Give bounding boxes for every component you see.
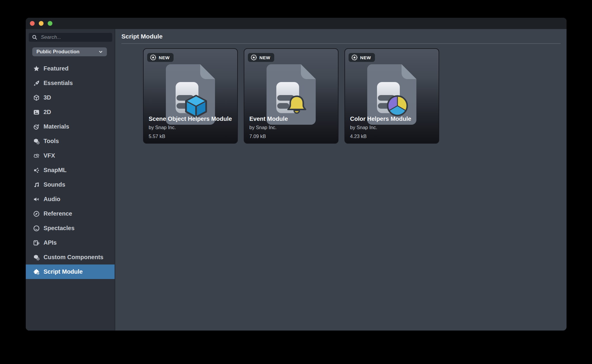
module-card-grid: NEW	[115, 44, 567, 144]
environment-dropdown[interactable]: Public Production	[32, 47, 107, 56]
new-badge: NEW	[349, 53, 375, 62]
module-size: 4.23 kB	[350, 133, 436, 139]
sidebar-item-3d[interactable]: 3D	[26, 90, 115, 105]
sidebar-item-label: Custom Components	[44, 254, 103, 261]
sidebar-item-label: 2D	[44, 109, 51, 116]
sidebar-item-label: 3D	[44, 94, 51, 101]
sidebar-item-label: Featured	[44, 65, 68, 72]
module-author: by Snap Inc.	[350, 124, 436, 130]
module-title: Scene Object Helpers Module	[149, 115, 234, 122]
rocket-icon	[33, 79, 40, 87]
module-author: by Snap Inc.	[149, 124, 234, 130]
puzzle-gear-icon	[33, 268, 40, 276]
module-card-color-helpers[interactable]: NEW	[344, 48, 439, 144]
sidebar-item-audio[interactable]: Audio	[26, 192, 115, 206]
chevron-down-icon	[98, 49, 103, 54]
search-input[interactable]	[40, 34, 109, 41]
main-panel: Script Module NEW	[115, 29, 567, 331]
new-badge-label: NEW	[360, 55, 371, 60]
app-window: Public Production Featured Essentials	[26, 18, 567, 331]
cube-gear-icon	[33, 254, 40, 261]
environment-dropdown-value: Public Production	[36, 49, 79, 55]
sidebar-item-label: Script Module	[44, 268, 83, 275]
sidebar-item-sounds[interactable]: Sounds	[26, 177, 115, 192]
spectacles-lens-icon	[33, 225, 40, 232]
speaker-icon	[33, 195, 40, 203]
sidebar-item-label: Materials	[44, 123, 69, 130]
sidebar: Public Production Featured Essentials	[26, 29, 115, 331]
cube-3d-icon	[186, 96, 206, 117]
sidebar-item-essentials[interactable]: Essentials	[26, 76, 115, 90]
sidebar-item-label: Sounds	[44, 181, 65, 188]
sidebar-item-featured[interactable]: Featured	[26, 61, 115, 76]
new-badge: NEW	[147, 53, 174, 62]
sidebar-item-vfx[interactable]: VFX	[26, 148, 115, 163]
color-pie-icon	[388, 96, 407, 116]
sidebar-item-label: Tools	[44, 138, 59, 145]
sidebar-nav: Featured Essentials 3D	[26, 61, 115, 279]
sidebar-item-apis[interactable]: APIs	[26, 235, 115, 250]
search-icon	[32, 34, 38, 40]
compass-icon	[33, 210, 40, 218]
sidebar-item-label: Essentials	[44, 80, 73, 86]
minimize-button[interactable]	[39, 21, 44, 26]
module-title: Event Module	[249, 115, 335, 122]
music-note-icon	[33, 181, 40, 189]
cube-gear-icon	[33, 137, 40, 145]
sidebar-item-script-module[interactable]: Script Module	[26, 264, 115, 279]
seal-star-icon	[351, 54, 358, 61]
sidebar-item-label: Spectacles	[44, 225, 75, 232]
sidebar-item-label: APIs	[44, 239, 57, 246]
star-icon	[33, 65, 40, 73]
api-plug-icon	[33, 239, 40, 247]
module-size: 5.57 kB	[149, 133, 234, 139]
seal-star-icon	[150, 54, 156, 61]
image-icon	[33, 108, 40, 116]
module-title: Color Helpers Module	[350, 115, 436, 122]
sidebar-item-tools[interactable]: Tools	[26, 134, 115, 148]
sidebar-item-label: SnapML	[44, 167, 67, 174]
zoom-button[interactable]	[48, 21, 52, 26]
cube-outline-icon	[33, 94, 40, 102]
close-button[interactable]	[30, 21, 35, 26]
page-title: Script Module	[121, 29, 561, 44]
module-author: by Snap Inc.	[249, 124, 335, 130]
sidebar-item-label: Reference	[44, 210, 72, 217]
sidebar-item-snapml[interactable]: SnapML	[26, 163, 115, 177]
seal-star-icon	[251, 54, 257, 61]
sidebar-item-custom-components[interactable]: Custom Components	[26, 250, 115, 264]
module-card-event[interactable]: NEW Event Module	[244, 48, 338, 144]
module-size: 7.09 kB	[249, 133, 335, 139]
new-badge: NEW	[248, 53, 274, 62]
sidebar-item-label: Audio	[44, 196, 60, 203]
sidebar-item-reference[interactable]: Reference	[26, 206, 115, 221]
sidebar-item-2d[interactable]: 2D	[26, 105, 115, 119]
sidebar-item-label: VFX	[44, 152, 55, 159]
materials-sphere-icon	[33, 123, 40, 131]
sidebar-item-spectacles[interactable]: Spectacles	[26, 221, 115, 235]
module-card-scene-object-helpers[interactable]: NEW	[143, 48, 238, 144]
vfx-sparkle-icon	[33, 152, 40, 160]
new-badge-label: NEW	[159, 55, 170, 60]
network-nodes-icon	[33, 166, 40, 174]
search-field[interactable]	[29, 33, 112, 42]
new-badge-label: NEW	[259, 55, 270, 60]
sidebar-item-materials[interactable]: Materials	[26, 119, 115, 134]
window-titlebar	[26, 18, 567, 29]
